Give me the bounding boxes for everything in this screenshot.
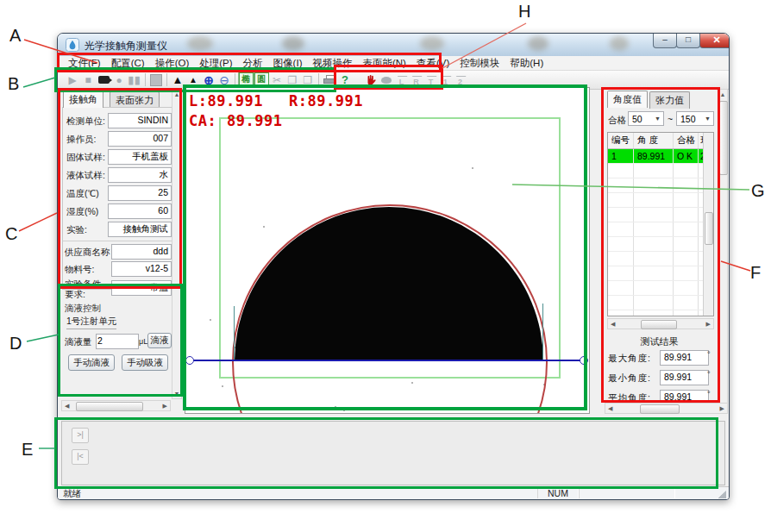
menu-file[interactable]: 文件(F)	[63, 57, 106, 70]
tab-tension-values[interactable]: 张力值	[649, 91, 690, 109]
pass-min-select[interactable]: 50▼	[628, 111, 664, 126]
table-row	[608, 178, 713, 193]
right-side-hscrollbar[interactable]: ◀ ▶	[605, 403, 728, 414]
table-hscrollbar[interactable]: ◀ ▶	[607, 318, 714, 329]
left-panel-vscrollbar[interactable]: ▲ ▼	[172, 89, 182, 399]
field-label: 实验:	[66, 224, 87, 236]
max-angle-value[interactable]: 89.991	[660, 350, 709, 366]
region-select-icon[interactable]	[148, 72, 164, 87]
ellipse-fit-tool[interactable]: 椭	[238, 72, 254, 87]
menu-control-module[interactable]: 控制模块	[454, 57, 505, 70]
tab-contact-angle[interactable]: 接触角	[63, 91, 103, 108]
degree-unit: °	[707, 350, 711, 359]
field-label: 实验条件要求:	[65, 279, 110, 299]
replay-panel: >| |<	[61, 421, 725, 485]
camera-icon[interactable]	[96, 72, 111, 87]
titlebar-reflection	[187, 36, 213, 51]
status-bar: 就绪 NUM	[58, 486, 729, 500]
results-title: 测试结果	[605, 335, 714, 348]
angle-right-icon[interactable]: R	[409, 73, 423, 87]
close-button[interactable]: ✕	[699, 34, 729, 48]
copy-icon[interactable]: ❐	[285, 72, 300, 87]
table-row[interactable]: 189.991O K2	[608, 149, 713, 164]
operator-field[interactable]: 007	[108, 131, 172, 147]
menu-process[interactable]: 处理(P)	[194, 57, 237, 70]
angle-top-icon[interactable]: T	[423, 73, 438, 87]
minus-circle-icon[interactable]: ⊖	[216, 72, 232, 87]
tab-angle-values[interactable]: 角度值	[607, 91, 648, 108]
solid-sample-field[interactable]: 手机盖板	[108, 149, 172, 165]
tab-surface-tension[interactable]: 表面张力	[110, 91, 160, 109]
liquid-sample-field[interactable]: 水	[108, 167, 172, 183]
table-row	[608, 208, 713, 222]
detect-unit-field[interactable]: SINDIN	[108, 113, 172, 128]
supplier-field[interactable]: ddd	[111, 244, 172, 260]
field-label: 固体试样:	[66, 152, 105, 164]
results-panel: 角度值 张力值 合格 50▼ ~ 150▼ 编号角 度合格现 189.991O …	[605, 89, 717, 414]
maximize-button[interactable]: □	[676, 34, 700, 48]
menu-config[interactable]: 配置(C)	[106, 57, 150, 70]
drop-large-icon[interactable]: ▲	[170, 72, 185, 87]
baseline-left-handle[interactable]	[185, 356, 194, 365]
right-side-vscrollbar[interactable]: ▲ ▼	[718, 89, 728, 414]
menu-view[interactable]: 查看(V)	[411, 57, 454, 70]
menu-help[interactable]: 帮助(H)	[505, 57, 548, 70]
injector-tab[interactable]: 1号注射单元	[66, 316, 116, 329]
angle-one-icon[interactable]: 1	[438, 73, 453, 87]
pass-max-select[interactable]: 150▼	[676, 111, 714, 126]
record-icon[interactable]: ●	[111, 72, 127, 87]
drop-small-icon[interactable]: ▲	[185, 72, 201, 87]
table-vscrollbar[interactable]	[703, 133, 713, 316]
baseline-right-handle[interactable]	[580, 356, 588, 365]
dispense-button[interactable]: 滴液	[147, 333, 172, 348]
material-no-field[interactable]: v12-5	[111, 261, 172, 277]
menu-surface-energy[interactable]: 表面能(N)	[357, 57, 411, 70]
stop-icon[interactable]: ■	[80, 72, 96, 87]
experiment-field[interactable]: 接触角测试	[108, 222, 172, 237]
menu-image[interactable]: 图像(I)	[268, 57, 308, 70]
help-icon[interactable]: ?	[337, 72, 353, 87]
condition-field[interactable]: 常温	[111, 280, 172, 296]
angle-two-icon[interactable]: 2	[453, 73, 467, 87]
play-icon[interactable]: ▶	[65, 72, 80, 87]
resize-grip[interactable]	[718, 491, 726, 498]
minimize-button[interactable]: –	[653, 34, 677, 48]
pause-icon[interactable]: ▮▮	[127, 72, 142, 87]
pass-filter-label: 合格	[608, 115, 626, 127]
paste-icon[interactable]: ❒	[300, 72, 316, 87]
menu-operate[interactable]: 操作(O)	[150, 57, 195, 70]
step-forward-button[interactable]: >|	[72, 428, 89, 443]
degree-unit: °	[707, 370, 711, 379]
menu-bar: 文件(F) 配置(C) 操作(O) 处理(P) 分析 图像(I) 视频操作 表面…	[58, 56, 729, 71]
annotation-label-h: H	[518, 2, 530, 22]
manual-dispense-button[interactable]: 手动滴液	[68, 354, 115, 371]
left-panel-hscrollbar[interactable]: ◀ ▶	[61, 400, 171, 411]
temperature-field[interactable]: 25	[108, 185, 172, 201]
menu-video-ops[interactable]: 视频操作	[307, 57, 357, 70]
crosshair-circle-icon[interactable]: ⊕	[201, 72, 216, 87]
drop-gray-icon[interactable]	[379, 72, 394, 87]
annotation-label-e: E	[22, 440, 33, 460]
humidity-field[interactable]: 60	[108, 203, 172, 219]
angle-table[interactable]: 编号角 度合格现 189.991O K2	[607, 132, 714, 316]
titlebar-reflection	[528, 36, 548, 51]
degree-unit: °	[707, 390, 711, 398]
titlebar-reflection	[420, 36, 444, 51]
menu-analyze[interactable]: 分析	[238, 57, 268, 70]
print-icon[interactable]	[322, 72, 337, 87]
manual-hand-icon[interactable]	[363, 72, 379, 87]
baseline[interactable]	[191, 360, 584, 361]
min-angle-label: 最小角度:	[608, 372, 651, 385]
divider	[63, 241, 172, 241]
toolbar-separator	[166, 73, 167, 86]
volume-input[interactable]: 2	[96, 334, 139, 349]
table-row	[608, 193, 713, 208]
table-row	[608, 266, 713, 281]
angle-left-icon[interactable]: L	[394, 73, 409, 87]
manual-aspirate-button[interactable]: 手动吸液	[122, 354, 168, 371]
min-angle-value[interactable]: 89.991	[660, 370, 709, 385]
circle-fit-tool[interactable]: 圆	[254, 72, 269, 87]
title-bar: 光学接触角测量仪 – □ ✕	[58, 34, 729, 57]
step-back-button[interactable]: |<	[72, 449, 89, 465]
cut-icon[interactable]: ✂	[269, 72, 285, 87]
